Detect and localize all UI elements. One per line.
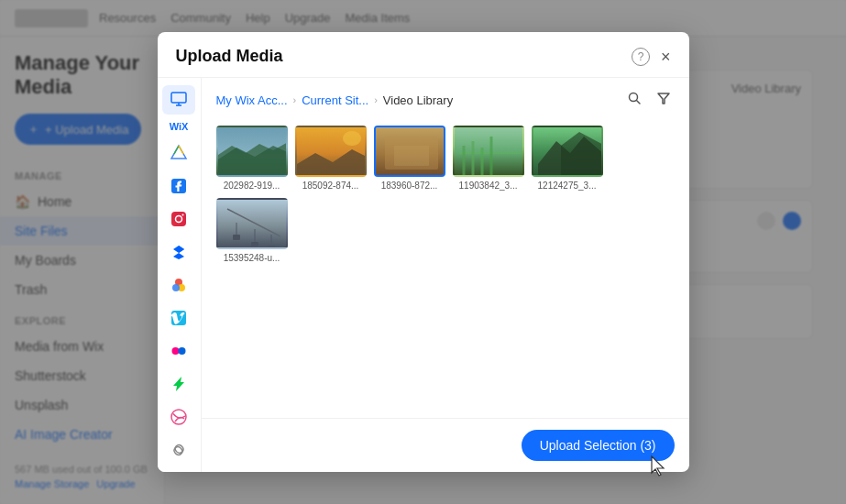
dropbox-icon xyxy=(170,243,188,261)
modal-content: My Wix Acc... › Current Sit... › Video L… xyxy=(202,78,689,472)
svg-rect-44 xyxy=(233,235,240,240)
media-thumb-4 xyxy=(453,126,524,177)
media-thumb-6 xyxy=(216,198,288,249)
modal-footer: Upload Selection (3) xyxy=(202,418,689,472)
media-item-4[interactable]: 11903842_3... xyxy=(453,126,524,191)
media-item-3[interactable]: 183960-872... xyxy=(374,126,445,191)
google-photos-icon xyxy=(170,276,188,294)
svg-point-28 xyxy=(343,131,361,146)
search-icon xyxy=(627,91,642,105)
svg-rect-31 xyxy=(394,146,429,166)
svg-marker-3 xyxy=(171,146,186,159)
modal-help-button[interactable]: ? xyxy=(632,48,650,66)
upload-media-modal: Upload Media ? × WiX xyxy=(158,32,689,472)
media-name-3: 183960-872... xyxy=(374,181,445,191)
media-name-1: 202982-919... xyxy=(216,181,288,191)
source-wix-label-icon[interactable]: WiX xyxy=(162,118,195,135)
thumb-image-3 xyxy=(376,127,445,177)
modal-header-actions: ? × xyxy=(632,48,671,66)
breadcrumb-filter-button[interactable] xyxy=(653,89,675,111)
source-wix[interactable] xyxy=(162,85,195,115)
media-item-2[interactable]: 185092-874... xyxy=(295,126,367,191)
flickr-icon xyxy=(170,342,188,360)
thumb-image-6 xyxy=(218,200,288,249)
svg-marker-22 xyxy=(658,93,669,104)
svg-point-8 xyxy=(176,215,182,222)
dribbble-icon xyxy=(170,408,188,426)
source-flickr[interactable] xyxy=(162,336,195,366)
modal-overlay: Upload Media ? × WiX xyxy=(0,0,846,504)
svg-rect-7 xyxy=(171,212,186,226)
media-item-6[interactable]: 15395248-u... xyxy=(216,198,288,263)
svg-line-5 xyxy=(179,146,183,154)
svg-rect-46 xyxy=(251,242,258,247)
media-name-4: 11903842_3... xyxy=(453,181,524,191)
link-icon xyxy=(170,441,188,459)
thumb-image-4 xyxy=(455,127,524,177)
media-name-2: 185092-874... xyxy=(295,181,367,191)
svg-rect-41 xyxy=(218,200,288,249)
breadcrumb-actions xyxy=(623,89,675,111)
breadcrumb-search-button[interactable] xyxy=(623,89,645,111)
source-deviantart[interactable] xyxy=(162,369,195,399)
svg-rect-0 xyxy=(171,93,186,103)
media-grid: 202982-919... 185092-874... xyxy=(202,118,689,418)
media-thumb-1 xyxy=(216,126,288,177)
instagram-icon xyxy=(170,210,188,228)
svg-rect-15 xyxy=(171,311,186,325)
breadcrumb-item-2[interactable]: Current Sit... xyxy=(302,93,368,107)
svg-point-19 xyxy=(171,410,186,424)
svg-marker-11 xyxy=(179,246,184,253)
breadcrumb: My Wix Acc... › Current Sit... › Video L… xyxy=(202,78,689,118)
svg-point-13 xyxy=(178,284,185,291)
svg-point-14 xyxy=(172,284,180,291)
modal-close-button[interactable]: × xyxy=(661,49,671,65)
facebook-icon xyxy=(170,177,188,195)
svg-point-9 xyxy=(182,214,184,215)
thumb-image-2 xyxy=(297,127,367,177)
modal-title: Upload Media xyxy=(176,47,283,66)
svg-point-17 xyxy=(179,347,186,355)
wix-text-label: WiX xyxy=(170,121,189,132)
svg-point-16 xyxy=(172,347,180,355)
filter-icon xyxy=(656,91,671,105)
source-facebook[interactable] xyxy=(162,171,195,201)
svg-rect-48 xyxy=(268,246,275,249)
vimeo-icon xyxy=(170,309,188,327)
media-thumb-5 xyxy=(532,126,603,177)
svg-point-12 xyxy=(175,279,182,286)
media-item-5[interactable]: 12124275_3... xyxy=(532,126,603,191)
breadcrumb-sep-2: › xyxy=(374,94,378,105)
media-name-5: 12124275_3... xyxy=(532,181,603,191)
source-dropbox[interactable] xyxy=(162,237,195,267)
svg-line-4 xyxy=(174,146,179,154)
media-name-6: 15395248-u... xyxy=(216,253,288,263)
svg-marker-10 xyxy=(173,246,184,259)
media-thumb-3 xyxy=(374,126,445,177)
source-google-photos[interactable] xyxy=(162,270,195,300)
source-instagram[interactable] xyxy=(162,204,195,234)
google-drive-icon xyxy=(170,144,188,162)
media-item-1[interactable]: 202982-919... xyxy=(216,126,288,191)
deviantart-icon xyxy=(170,375,188,393)
breadcrumb-item-3: Video Library xyxy=(383,93,453,107)
svg-line-21 xyxy=(636,101,640,104)
breadcrumb-sep-1: › xyxy=(293,94,297,105)
source-vimeo[interactable] xyxy=(162,303,195,333)
thumb-image-5 xyxy=(533,127,603,177)
svg-rect-6 xyxy=(171,179,186,193)
source-link[interactable] xyxy=(162,435,195,465)
source-google-drive[interactable] xyxy=(162,138,195,168)
modal-body: WiX xyxy=(158,78,689,472)
svg-marker-18 xyxy=(173,377,184,391)
upload-selection-button[interactable]: Upload Selection (3) xyxy=(522,430,675,461)
breadcrumb-item-1[interactable]: My Wix Acc... xyxy=(216,93,288,107)
media-thumb-2 xyxy=(295,126,367,177)
source-sidebar: WiX xyxy=(158,78,202,472)
thumb-image-1 xyxy=(218,127,288,177)
modal-header: Upload Media ? × xyxy=(158,32,689,78)
monitor-icon xyxy=(169,90,189,110)
source-dribbble[interactable] xyxy=(162,402,195,432)
